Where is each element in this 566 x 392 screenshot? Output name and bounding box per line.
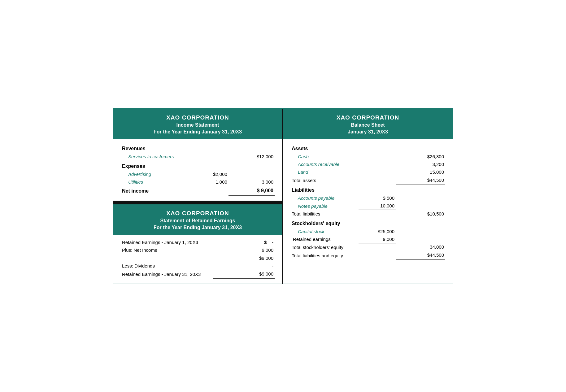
total-equity-amount: 34,000 (396, 243, 445, 251)
re-subtotal: $9,000 (213, 254, 275, 262)
re-beg-amount: $ - (213, 238, 275, 246)
revenues-label: Revenues (121, 143, 192, 153)
capital-amount: $25,000 (359, 228, 396, 235)
left-divider (113, 201, 282, 204)
less-dividends-row: Less: Dividends - (121, 262, 275, 270)
expenses-header-row: Expenses (121, 160, 275, 170)
utilities-label: Utilities (121, 178, 192, 186)
net-income-label: Net income (121, 186, 192, 195)
ar-amount: 3,200 (396, 160, 445, 168)
left-column: XAO CORPORATION Income Statement For the… (113, 109, 283, 284)
np-amount: 10,000 (359, 202, 396, 210)
ar-label: Accounts receivable (290, 160, 359, 168)
is-date-line: For the Year Ending January 31, 20X3 (120, 129, 276, 135)
less-amount: - (213, 262, 275, 270)
net-income-amount: $ 9,000 (229, 186, 275, 195)
np-label: Notes payable (290, 202, 359, 210)
equity-header-row: Stockholders' equity (290, 218, 445, 228)
income-statement-table: Revenues Services to customers $12,000 E… (121, 143, 275, 196)
retained-earnings-content: Retained Earnings - January 1, 20X3 $ - … (113, 235, 282, 284)
equity-label: Stockholders' equity (290, 218, 359, 228)
liabilities-label: Liabilities (290, 184, 359, 194)
subtotal-row: $9,000 (121, 254, 275, 262)
advertising-amount: $2,000 (192, 170, 229, 178)
re-end-amount: $9,000 (213, 270, 275, 278)
is-corp-name: XAO CORPORATION (120, 114, 276, 121)
total-assets-amount: $44,500 (396, 176, 445, 184)
balance-sheet-content: Assets Cash $26,300 Accounts receivable … (283, 139, 453, 265)
total-assets-row: Total assets $44,500 (290, 176, 445, 184)
ap-amount: $ 500 (359, 194, 396, 202)
re-end-row: Retained Earnings - January 31, 20X3 $9,… (121, 270, 275, 278)
np-row: Notes payable 10,000 (290, 202, 445, 210)
cash-row: Cash $26,300 (290, 153, 445, 160)
re-beg-row: Retained Earnings - January 1, 20X3 $ - (121, 238, 275, 246)
total-liabilities-row: Total liabilities $10,500 (290, 210, 445, 218)
ap-label: Accounts payable (290, 194, 359, 202)
income-statement-content: Revenues Services to customers $12,000 E… (113, 139, 282, 201)
utilities-amount: 1,000 (192, 178, 229, 186)
revenues-header-row: Revenues (121, 143, 275, 153)
re-label: Retained earnings (290, 235, 359, 243)
is-sub-title: Income Statement (120, 122, 276, 128)
total-equity-row: Total stockholders' equity 34,000 (290, 243, 445, 251)
land-row: Land 15,000 (290, 168, 445, 176)
assets-header-row: Assets (290, 143, 445, 153)
cash-label: Cash (290, 153, 359, 160)
re-corp-name: XAO CORPORATION (120, 210, 276, 217)
advertising-row: Advertising $2,000 (121, 170, 275, 178)
services-amount: $12,000 (229, 153, 275, 160)
re-row: Retained earnings 9,000 (290, 235, 445, 243)
capital-row: Capital stock $25,000 (290, 228, 445, 235)
land-label: Land (290, 168, 359, 176)
total-le-row: Total liabilities and equity $44,500 (290, 251, 445, 259)
ap-row: Accounts payable $ 500 (290, 194, 445, 202)
bs-corp-name: XAO CORPORATION (289, 114, 446, 121)
advertising-label: Advertising (121, 170, 192, 178)
bs-sub-title: Balance Sheet (289, 122, 446, 128)
utilities-row: Utilities 1,000 3,000 (121, 178, 275, 186)
plus-amount: 9,000 (213, 246, 275, 254)
right-column: XAO CORPORATION Balance Sheet January 31… (283, 109, 453, 284)
capital-label: Capital stock (290, 228, 359, 235)
re-amount: 9,000 (359, 235, 396, 243)
total-liabilities-label: Total liabilities (290, 210, 359, 218)
total-le-label: Total liabilities and equity (290, 251, 359, 259)
cash-amount: $26,300 (396, 153, 445, 160)
re-header: XAO CORPORATION Statement of Retained Ea… (113, 204, 282, 235)
total-expenses: 3,000 (229, 178, 275, 186)
expenses-label: Expenses (121, 160, 192, 170)
total-assets-label: Total assets (290, 176, 359, 184)
ar-row: Accounts receivable 3,200 (290, 160, 445, 168)
land-amount: 15,000 (396, 168, 445, 176)
total-equity-label: Total stockholders' equity (290, 243, 359, 251)
net-income-row: Net income $ 9,000 (121, 186, 275, 195)
re-date-line: For the Year Ending January 31, 20X3 (120, 225, 276, 230)
plus-net-income-row: Plus: Net Income 9,000 (121, 246, 275, 254)
total-liabilities-amount: $10,500 (396, 210, 445, 218)
less-label: Less: Dividends (121, 262, 213, 270)
assets-label: Assets (290, 143, 359, 153)
re-beg-label: Retained Earnings - January 1, 20X3 (121, 238, 213, 246)
total-le-amount: $44,500 (396, 251, 445, 259)
liabilities-header-row: Liabilities (290, 184, 445, 194)
retained-earnings-table: Retained Earnings - January 1, 20X3 $ - … (121, 238, 275, 279)
services-label: Services to customers (121, 153, 192, 160)
page-wrapper: XAO CORPORATION Income Statement For the… (113, 108, 453, 284)
re-sub-title: Statement of Retained Earnings (120, 218, 276, 224)
re-end-label: Retained Earnings - January 31, 20X3 (121, 270, 213, 278)
balance-sheet-table: Assets Cash $26,300 Accounts receivable … (290, 143, 445, 260)
income-statement-header: XAO CORPORATION Income Statement For the… (113, 109, 282, 139)
services-row: Services to customers $12,000 (121, 153, 275, 160)
plus-label: Plus: Net Income (121, 246, 213, 254)
bs-date-line: January 31, 20X3 (289, 129, 446, 135)
bs-header: XAO CORPORATION Balance Sheet January 31… (283, 109, 453, 139)
